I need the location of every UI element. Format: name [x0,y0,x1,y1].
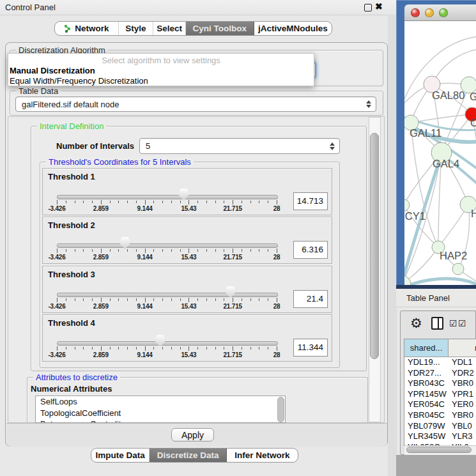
gear-icon[interactable]: ⚙ [410,316,422,331]
traffic-light-close-icon[interactable] [411,8,420,17]
tab-label: Cyni Toolbox [193,24,247,33]
network-node-label: C [470,117,476,128]
network-node-small-node[interactable] [452,263,464,275]
slider-tick [250,298,251,301]
slider-tick [233,200,233,204]
attribute-list-item[interactable]: SelfLoops [36,396,285,408]
threshold-value-field[interactable]: 11.344 [293,339,328,357]
split-columns-icon[interactable] [431,317,443,330]
table-row[interactable]: YLR345WYLR3 [404,431,476,442]
slider-tick [197,201,198,203]
slider-tick [250,249,251,252]
table-cell: YBR043C [404,378,449,389]
slider-tick-label: -3.426 [48,351,65,358]
tab-infer-network[interactable]: Infer Network [227,449,298,462]
slider-tick [268,201,268,203]
slider-tick [197,249,198,252]
table-row[interactable]: YDR27...YDR2 [404,368,476,379]
threshold-slider-track[interactable] [57,293,278,297]
slider-tick [110,249,111,252]
table-cell: YDL19... [404,357,449,368]
float-window-icon[interactable] [364,4,372,12]
threshold-slider-track[interactable] [57,243,278,248]
slider-tick [66,347,66,349]
checkbox-icon[interactable]: ☑ [458,318,466,328]
tab-label: Select [157,24,182,33]
table-row[interactable]: YDL19...YDL1 [404,357,476,368]
slider-tick [259,201,259,203]
slider-tick [136,298,137,301]
network-edge[interactable] [404,279,476,285]
slider-tick [188,298,189,302]
checkbox-icon[interactable]: ☑ [449,318,457,328]
network-icon [64,24,72,33]
table-hscrollbar-thumb[interactable] [406,447,472,453]
threshold-value-field[interactable]: 21.4 [293,290,328,308]
tab-select[interactable]: Select [153,22,186,35]
network-canvas[interactable]: GAL80GACGAL11GAL4GCY1HHAP2 [404,21,476,285]
slider-tick [180,347,181,349]
tab-discretize-data[interactable]: Discretize Data [150,449,226,462]
attributes-list-scrollbar-thumb[interactable] [277,397,284,422]
traffic-light-minimize-icon[interactable] [425,8,434,17]
apply-button[interactable]: Apply [171,428,214,441]
slider-tick [259,298,259,301]
network-graph[interactable]: GAL80GACGAL11GAL4GCY1HHAP2 [404,21,476,285]
network-edge[interactable] [411,123,438,247]
table-row[interactable]: YBL079WYBL0 [404,421,476,432]
table-row[interactable]: YBR045CYBR0 [404,410,476,421]
table-header-name[interactable]: n [449,339,476,357]
table-data-combobox[interactable]: galFiltered.sif default node [15,96,376,112]
node-table[interactable]: shared...n YDL19...YDL1YDR27...YDR2YBR04… [404,339,476,446]
tab-jactivemnodules[interactable]: jActiveMNodules [254,22,332,35]
algorithm-option[interactable]: Manual Discretization [8,65,314,75]
table-cell: YER0 [449,399,476,410]
tab-network[interactable]: Network [55,22,119,35]
tab-cyni-toolbox[interactable]: Cyni Toolbox [186,22,254,35]
threshold-panel: Threshold 4-3.4262.8599.14415.4321.71528… [42,314,332,362]
network-node-GCY1[interactable] [404,199,410,211]
traffic-light-zoom-icon[interactable] [439,8,448,17]
threshold-value-field[interactable]: 6.316 [293,241,328,259]
threshold-value-field[interactable]: 14.713 [293,192,328,210]
slider-tick [110,347,111,349]
threshold-slider-track[interactable] [57,195,278,199]
attribute-list-item[interactable]: BetweennessCentrality [36,418,285,423]
table-cell: YBL079W [404,421,449,432]
slider-tick-label: 9.144 [137,254,153,261]
tab-label: Discretize Data [157,450,219,460]
slider-tick [153,347,154,349]
slider-tick [162,249,163,252]
slider-tick [145,298,146,302]
table-cell: YDL1 [449,357,476,368]
slider-tick [215,298,216,301]
slider-tick-label: 21.715 [223,303,242,310]
settings-scrollbar-thumb[interactable] [370,133,379,359]
slider-tick-label: 2.859 [93,205,109,212]
slider-tick [233,346,233,351]
slider-tick [92,249,93,252]
algorithm-option[interactable]: Equal Width/Frequency Discretization [8,75,314,86]
tab-impute-data[interactable]: Impute Data [91,449,150,462]
slider-tick [136,201,137,203]
slider-tick [224,298,224,301]
table-row[interactable]: YER054CYER0 [404,399,476,410]
close-icon[interactable]: ✖ [375,1,383,12]
slider-tick-label: 21.715 [223,205,242,212]
table-header-shared-name[interactable]: shared... [404,339,449,357]
tab-style[interactable]: Style [119,22,154,35]
slider-tick [206,298,207,301]
table-cell: YDR27... [404,368,449,379]
table-data-combobox-value: galFiltered.sif default node [16,100,365,109]
slider-tick [242,249,242,252]
panel-divider[interactable] [388,15,397,476]
number-of-intervals-combobox[interactable]: 5 [139,138,340,154]
slider-tick [92,201,93,203]
numerical-attributes-list[interactable]: SelfLoopsTopologicalCoefficientBetweenne… [35,395,286,423]
attribute-list-item[interactable]: TopologicalCoefficient [36,408,285,419]
network-node-corner-node[interactable] [404,275,411,285]
slider-tick [188,249,189,253]
threshold-slider-track[interactable] [57,341,278,346]
table-row[interactable]: YPR145WYPR1 [404,389,476,400]
table-row[interactable]: YBR043CYBR0 [404,378,476,389]
